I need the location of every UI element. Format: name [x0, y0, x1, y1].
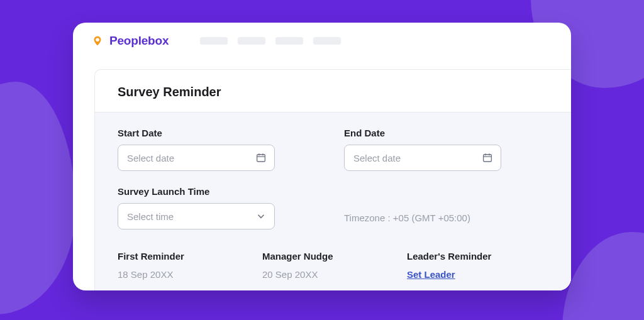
bg-blob — [0, 82, 75, 314]
nav-placeholder — [275, 37, 303, 45]
nav-placeholder — [200, 37, 228, 45]
brand-name: Peoplebox — [109, 34, 169, 48]
topbar: Peoplebox — [73, 23, 571, 57]
calendar-icon — [255, 152, 267, 163]
start-date-input[interactable]: Select date — [118, 145, 275, 171]
launch-time-label: Survey Launch Time — [118, 186, 275, 197]
launch-time-placeholder: Select time — [127, 211, 174, 222]
brand[interactable]: Peoplebox — [91, 34, 169, 48]
start-date-placeholder: Select date — [127, 153, 174, 163]
nav-placeholder — [238, 37, 265, 45]
chevron-down-icon — [255, 211, 267, 222]
calendar-icon — [482, 152, 493, 163]
svg-rect-4 — [484, 155, 492, 162]
panel-title: Survey Reminder — [118, 85, 548, 99]
set-leader-link[interactable]: Set Leader — [407, 269, 455, 280]
first-reminder-value: 18 Sep 20XX — [118, 269, 262, 280]
end-date-input[interactable]: Select date — [344, 145, 501, 171]
svg-rect-0 — [257, 155, 265, 162]
panel-header: Survey Reminder — [95, 70, 571, 112]
first-reminder-label: First Reminder — [118, 251, 262, 262]
nav-placeholder — [313, 37, 341, 45]
nav-placeholders — [200, 37, 341, 45]
app-card: Peoplebox Survey Reminder Start Date Sel… — [73, 23, 571, 290]
leader-reminder-label: Leader's Reminder — [407, 251, 552, 262]
manager-nudge-label: Manager Nudge — [262, 251, 407, 262]
timezone-text: Timezone : +05 (GMT +05:00) — [344, 212, 470, 229]
panel-body: Start Date Select date — [95, 112, 571, 290]
end-date-label: End Date — [344, 128, 501, 138]
launch-time-select[interactable]: Select time — [118, 203, 275, 229]
start-date-label: Start Date — [118, 128, 275, 138]
bg-blob — [562, 232, 644, 320]
brand-logo-icon — [91, 34, 104, 48]
manager-nudge-value: 20 Sep 20XX — [262, 269, 407, 280]
panel: Survey Reminder Start Date Select date — [94, 69, 571, 290]
end-date-placeholder: Select date — [353, 153, 401, 163]
